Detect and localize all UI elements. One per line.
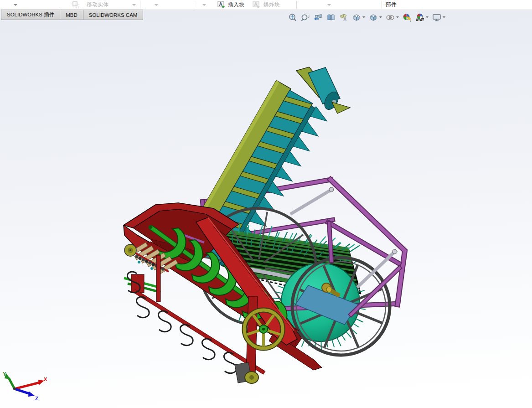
zoom-to-fit-icon[interactable] — [287, 13, 298, 22]
solidworks-window: X Y Z 移动实体 A 插入块 A 爆炸块 — [0, 0, 532, 408]
insert-block-button[interactable]: 插入块 — [228, 0, 244, 10]
apply-scene-button[interactable] — [414, 13, 429, 22]
move-entity-button: 移动实体 — [87, 0, 108, 10]
toolbar-separator — [194, 1, 194, 9]
previous-view-icon[interactable] — [313, 13, 324, 22]
hide-show-annotations-icon[interactable]: A — [338, 13, 349, 22]
view-settings-caret[interactable] — [443, 16, 445, 18]
move-entity-icon — [72, 0, 80, 10]
move-entity-label: 移动实体 — [87, 1, 108, 9]
svg-text:A: A — [254, 2, 258, 7]
command-toolbar: 移动实体 A 插入块 A 爆炸块 部件 — [0, 0, 532, 10]
graphics-viewport[interactable] — [0, 10, 532, 408]
toolbar-separator — [382, 1, 382, 9]
explode-block-icon: A — [253, 0, 261, 10]
toolbar-dropdown-2[interactable] — [155, 0, 158, 10]
explode-block-label: 爆炸块 — [263, 1, 280, 9]
tab-solidworks-cam[interactable]: SOLIDWORKS CAM — [83, 10, 144, 20]
view-orientation-caret[interactable] — [362, 16, 365, 18]
parts-label: 部件 — [386, 1, 397, 9]
toolbar-dropdown-4[interactable] — [327, 0, 331, 10]
explode-block-button: 爆炸块 — [263, 0, 280, 10]
insert-block-icon[interactable]: A — [217, 0, 226, 10]
section-view-icon[interactable] — [325, 13, 336, 22]
svg-text:A: A — [343, 17, 346, 22]
apply-scene-caret[interactable] — [426, 16, 429, 18]
toolbar-separator — [296, 1, 297, 9]
heads-up-toolbar: A — [287, 12, 446, 22]
zoom-to-area-icon[interactable] — [300, 13, 311, 22]
hide-show-items-caret[interactable] — [396, 16, 399, 18]
move-entity-dropdown[interactable] — [132, 0, 136, 10]
tab-solidworks-addins[interactable]: SOLIDWORKS 插件 — [1, 10, 60, 20]
hide-show-items-button[interactable] — [385, 13, 400, 22]
view-orientation-button[interactable] — [351, 13, 366, 22]
view-settings-button[interactable] — [431, 13, 446, 22]
toolbar-dropdown-3[interactable] — [202, 0, 206, 10]
toolbar-separator — [140, 1, 140, 9]
toolbar-dropdown-1[interactable] — [14, 0, 17, 10]
svg-text:A: A — [219, 2, 222, 7]
tab-mbd[interactable]: MBD — [60, 10, 83, 20]
edit-appearance-icon[interactable] — [402, 13, 413, 22]
parts-button[interactable]: 部件 — [386, 0, 397, 10]
insert-block-label: 插入块 — [228, 1, 244, 9]
commandmanager-tabbar: SOLIDWORKS 插件 MBD SOLIDWORKS CAM — [1, 10, 143, 20]
display-style-caret[interactable] — [379, 16, 382, 18]
display-style-button[interactable] — [368, 13, 383, 22]
